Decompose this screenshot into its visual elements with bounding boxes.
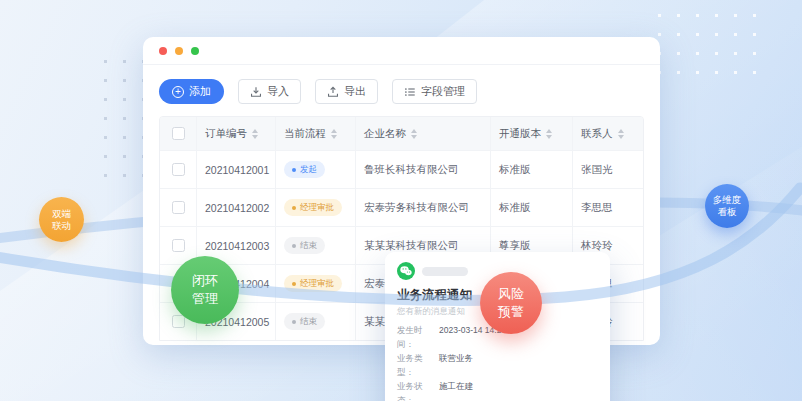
row-checkbox[interactable]: [172, 239, 185, 252]
header-process-label: 当前流程: [284, 127, 326, 141]
process-label: 结束: [300, 316, 317, 328]
row-select-cell: [160, 189, 197, 226]
sort-contact[interactable]: [618, 129, 624, 139]
feature-bubble-closed-loop: 闭环 管理: [171, 256, 239, 324]
process-cell: 经理审批: [276, 189, 356, 226]
wechat-icon: [397, 262, 415, 280]
table-row[interactable]: 20210412001 发起 鲁班长科技有限公司 标准版 张国光: [160, 150, 643, 188]
company-cell: 宏泰劳务科技有限公司: [356, 189, 491, 226]
order-no-value: 20210412003: [205, 240, 269, 252]
plus-circle-icon: +: [172, 86, 184, 98]
sort-order-no[interactable]: [252, 129, 258, 139]
process-status-badge: 结束: [284, 237, 325, 254]
process-status-badge: 经理审批: [284, 275, 342, 292]
export-button-label: 导出: [344, 84, 366, 99]
company-value: 宏泰劳务科技有限公司: [364, 201, 469, 215]
row-checkbox[interactable]: [172, 163, 185, 176]
sort-version[interactable]: [546, 129, 552, 139]
version-value: 标准版: [499, 201, 531, 215]
header-process: 当前流程: [276, 117, 356, 150]
sort-process[interactable]: [331, 129, 337, 139]
contact-cell: 张国光: [573, 151, 643, 188]
order-no-cell: 20210412001: [197, 151, 276, 188]
process-cell: 结束: [276, 227, 356, 264]
order-no-value: 20210412002: [205, 202, 269, 214]
header-order-no-label: 订单编号: [205, 127, 247, 141]
header-contact: 联系人: [573, 117, 643, 150]
version-cell: 标准版: [491, 151, 573, 188]
contact-cell: 李思思: [573, 189, 643, 226]
process-label: 经理审批: [300, 278, 334, 290]
export-icon: [327, 86, 339, 98]
notification-field-row: 业务状态： 施工在建: [397, 379, 598, 401]
company-cell: 鲁班长科技有限公司: [356, 151, 491, 188]
traffic-light-red[interactable]: [159, 47, 167, 55]
status-dot-icon: [292, 206, 296, 210]
order-no-value: 20210412001: [205, 164, 269, 176]
notification-fields: 发生时间： 2023-03-14 14:26 业务类型： 联营业务 业务状态： …: [397, 323, 598, 401]
row-checkbox[interactable]: [172, 201, 185, 214]
status-dot-icon: [292, 168, 296, 172]
row-select-cell: [160, 151, 197, 188]
company-value: 某某某科技有限公司: [364, 239, 459, 253]
header-order-no: 订单编号: [197, 117, 276, 150]
process-label: 发起: [300, 164, 317, 176]
add-button[interactable]: + 添加: [159, 79, 224, 104]
header-version: 开通版本: [491, 117, 573, 150]
field-label: 发生时间：: [397, 323, 439, 351]
status-dot-icon: [292, 320, 296, 324]
company-value: 鲁班长科技有限公司: [364, 163, 459, 177]
feature-bubble-risk-warning: 风险 预警: [480, 272, 542, 334]
table-row[interactable]: 20210412002 经理审批 宏泰劳务科技有限公司 标准版 李思思: [160, 188, 643, 226]
header-version-label: 开通版本: [499, 127, 541, 141]
version-value: 尊享版: [499, 239, 531, 253]
process-status-badge: 发起: [284, 161, 325, 178]
contact-value: 张国光: [581, 163, 613, 177]
traffic-light-green[interactable]: [191, 47, 199, 55]
export-button[interactable]: 导出: [315, 79, 378, 104]
version-value: 标准版: [499, 163, 531, 177]
status-dot-icon: [292, 282, 296, 286]
header-company-label: 企业名称: [364, 127, 406, 141]
process-status-badge: 结束: [284, 313, 325, 330]
field-label: 业务状态：: [397, 379, 439, 401]
notification-field-row: 业务类型： 联营业务: [397, 351, 598, 379]
field-value: 施工在建: [439, 379, 473, 401]
window-titlebar: [143, 37, 660, 65]
import-button[interactable]: 导入: [238, 79, 301, 104]
status-dot-icon: [292, 244, 296, 248]
header-contact-label: 联系人: [581, 127, 613, 141]
select-all-checkbox[interactable]: [172, 127, 185, 140]
field-list-icon: [404, 86, 416, 98]
version-cell: 标准版: [491, 189, 573, 226]
process-label: 经理审批: [300, 202, 334, 214]
feature-bubble-dual-link: 双端 联动: [39, 197, 84, 242]
order-no-cell: 20210412002: [197, 189, 276, 226]
feature-bubble-dashboard: 多维度 看板: [705, 184, 749, 228]
process-label: 结束: [300, 240, 317, 252]
contact-value: 林玲玲: [581, 239, 613, 253]
import-button-label: 导入: [267, 84, 289, 99]
field-label: 业务类型：: [397, 351, 439, 379]
process-cell: 经理审批: [276, 265, 356, 302]
table-header-row: 订单编号 当前流程 企业名称 开通版本 联系人: [160, 117, 643, 150]
contact-value: 李思思: [581, 201, 613, 215]
field-manage-button[interactable]: 字段管理: [392, 79, 477, 104]
traffic-light-yellow[interactable]: [175, 47, 183, 55]
header-select-cell: [160, 117, 197, 150]
process-status-badge: 经理审批: [284, 199, 342, 216]
dot-grid-right: [650, 6, 768, 90]
field-value: 联营业务: [439, 351, 473, 379]
sort-company[interactable]: [411, 129, 417, 139]
sender-name-placeholder: [422, 267, 468, 276]
add-button-label: 添加: [189, 84, 211, 99]
row-checkbox[interactable]: [172, 315, 185, 328]
import-icon: [250, 86, 262, 98]
toolbar: + 添加 导入 导出 字段管理: [143, 65, 660, 116]
process-cell: 结束: [276, 303, 356, 340]
header-company: 企业名称: [356, 117, 491, 150]
process-cell: 发起: [276, 151, 356, 188]
field-manage-button-label: 字段管理: [421, 84, 465, 99]
